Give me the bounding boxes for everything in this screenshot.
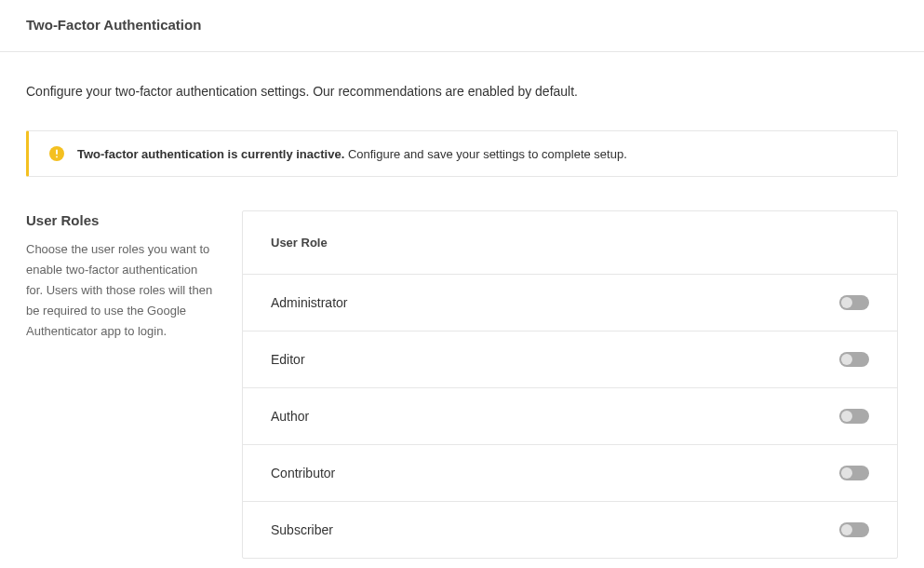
section-title: User Roles — [26, 212, 214, 228]
role-label: Editor — [271, 352, 305, 367]
table-row: Administrator — [243, 275, 897, 331]
role-label: Contributor — [271, 466, 335, 480]
svg-rect-1 — [56, 150, 58, 156]
settings-description: Configure your two-factor authentication… — [26, 84, 898, 99]
section-sidebar: User Roles Choose the user roles you wan… — [26, 210, 214, 342]
warning-text-strong: Two-factor authentication is currently i… — [77, 147, 344, 161]
table-row: Contributor — [243, 445, 897, 502]
table-row: Subscriber — [243, 502, 897, 558]
section-description: Choose the user roles you want to enable… — [26, 239, 214, 342]
role-toggle-subscriber[interactable] — [839, 522, 869, 537]
role-toggle-contributor[interactable] — [839, 466, 869, 480]
warning-icon — [49, 146, 64, 161]
table-row: Author — [243, 388, 897, 445]
page-header: Two-Factor Authentication — [0, 0, 924, 52]
role-toggle-author[interactable] — [839, 409, 869, 424]
inactive-warning-banner: Two-factor authentication is currently i… — [26, 130, 898, 177]
page-title: Two-Factor Authentication — [26, 17, 898, 33]
svg-rect-2 — [56, 156, 58, 158]
role-toggle-editor[interactable] — [839, 352, 869, 367]
warning-text: Two-factor authentication is currently i… — [77, 147, 627, 161]
warning-text-rest: Configure and save your settings to comp… — [344, 147, 627, 161]
table-row: Editor — [243, 331, 897, 388]
role-label: Subscriber — [271, 522, 333, 537]
user-roles-table: User Role Administrator Editor Author — [242, 210, 898, 559]
role-label: Administrator — [271, 295, 347, 310]
role-toggle-administrator[interactable] — [839, 295, 869, 310]
role-label: Author — [271, 409, 309, 424]
table-header: User Role — [243, 211, 897, 275]
